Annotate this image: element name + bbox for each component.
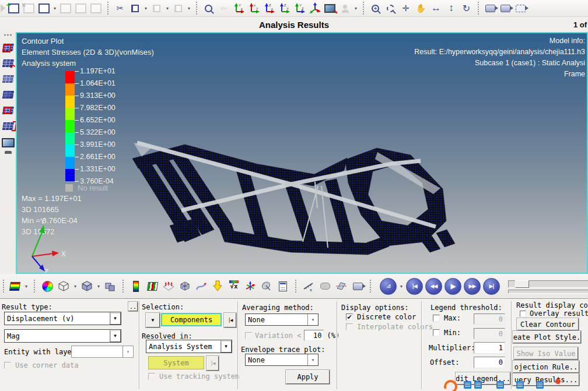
expand-window-button[interactable] bbox=[59, 2, 72, 15]
min-checkbox[interactable] bbox=[433, 329, 440, 336]
shaded-caret[interactable]: ▾ bbox=[96, 284, 101, 289]
resolved-in-combo[interactable]: Analysis System ▼ bbox=[146, 340, 232, 353]
tracking-system-button[interactable] bbox=[243, 279, 257, 293]
graphics-viewport[interactable]: Contour Plot Element Stresses (2D & 3D)(… bbox=[16, 32, 588, 274]
deformed-shape-button[interactable] bbox=[194, 279, 208, 293]
selector-switch-button[interactable]: ▼ bbox=[146, 313, 160, 327]
combo-arrow-icon[interactable]: ▼ bbox=[110, 330, 121, 342]
page-layout-button[interactable] bbox=[37, 2, 51, 15]
notes-button[interactable] bbox=[276, 279, 290, 293]
averaging-button[interactable]: √x bbox=[227, 279, 241, 293]
interpolate-colors-checkbox[interactable] bbox=[346, 323, 353, 330]
paste-special-caret[interactable]: ▾ bbox=[187, 6, 191, 11]
tensor-plot-button[interactable] bbox=[178, 279, 192, 293]
wireframe-caret[interactable]: ▾ bbox=[73, 284, 78, 289]
mesh-solid-icon[interactable] bbox=[3, 87, 13, 102]
dish-antenna-button[interactable] bbox=[260, 279, 274, 293]
system-collector-button[interactable]: System bbox=[148, 356, 204, 369]
expand-panel-button[interactable]: .. bbox=[128, 302, 138, 311]
view-xz-button[interactable]: Zx bbox=[262, 2, 276, 15]
averaging-combo[interactable]: None ▾ bbox=[245, 313, 318, 326]
previous-frame-button[interactable]: ◀◀ bbox=[425, 278, 442, 295]
min-input[interactable] bbox=[474, 328, 505, 339]
user-view-caret[interactable]: ▾ bbox=[354, 6, 358, 11]
back-view-button[interactable]: ⇦ bbox=[217, 2, 230, 15]
wireframe-mode-button[interactable] bbox=[57, 279, 71, 293]
apply-result-icon[interactable]: ↶ bbox=[3, 55, 13, 71]
chassis-model[interactable] bbox=[116, 128, 479, 257]
copy-caret[interactable]: ▾ bbox=[144, 6, 148, 11]
measure-button[interactable]: x bbox=[302, 279, 316, 293]
horizontal-move-button[interactable]: ↔ bbox=[429, 2, 443, 15]
offset-input[interactable] bbox=[474, 357, 505, 368]
swap-window-button[interactable] bbox=[74, 2, 88, 15]
view-xy-top-button[interactable]: Yx bbox=[232, 2, 246, 15]
mesh-plain-icon[interactable] bbox=[3, 71, 13, 86]
use-corner-data-checkbox[interactable] bbox=[4, 362, 11, 369]
combo-arrow-icon[interactable]: ▾ bbox=[307, 354, 318, 365]
combo-arrow-icon[interactable]: ▼ bbox=[220, 340, 232, 353]
view-yz-button[interactable]: ZY bbox=[278, 2, 291, 15]
apply-button[interactable]: Apply bbox=[286, 370, 330, 384]
shaded-mode-button[interactable] bbox=[80, 279, 94, 293]
use-tracking-checkbox[interactable] bbox=[148, 373, 155, 380]
components-collector-button[interactable]: Components bbox=[161, 313, 222, 326]
first-frame-button[interactable]: |◀ bbox=[406, 278, 423, 295]
combo-arrow-icon[interactable]: ▾ bbox=[307, 314, 318, 325]
discrete-color-checkbox[interactable]: ✔ bbox=[346, 313, 353, 320]
delete-page-button[interactable]: × bbox=[22, 2, 36, 15]
circle-zoom-button[interactable] bbox=[384, 2, 397, 15]
frame-slider-thumb[interactable] bbox=[515, 280, 529, 288]
next-frame-button[interactable]: ▶▶ bbox=[464, 278, 481, 295]
view-zy-button[interactable]: YZ bbox=[293, 2, 306, 15]
animation-mode-caret[interactable]: ▾ bbox=[399, 284, 404, 289]
capture-animation-button[interactable] bbox=[351, 279, 365, 293]
animation-mode-button[interactable]: ⊿ bbox=[380, 278, 397, 295]
view-iso-button[interactable] bbox=[308, 2, 321, 15]
vector-plot-button[interactable] bbox=[162, 279, 176, 293]
monitor-icon[interactable] bbox=[2, 134, 15, 152]
restore-window-button[interactable] bbox=[89, 2, 103, 15]
contour-button[interactable] bbox=[129, 279, 143, 293]
last-frame-button[interactable]: ▶| bbox=[483, 278, 500, 295]
paste-button[interactable] bbox=[150, 2, 163, 15]
vertical-move-button[interactable]: ↕ bbox=[444, 2, 458, 15]
screen-refresh-button[interactable]: ↷ bbox=[323, 2, 337, 15]
paste-special-button[interactable] bbox=[172, 2, 185, 15]
result-component-combo[interactable]: Mag ▼ bbox=[4, 329, 121, 343]
copy-button[interactable] bbox=[128, 2, 142, 15]
sidebar-grip[interactable] bbox=[4, 34, 13, 36]
play-button[interactable]: ▶ bbox=[444, 278, 461, 295]
create-plot-style-button[interactable]: eate Plot Style. bbox=[513, 331, 581, 343]
view-xy-bottom-button[interactable]: xY bbox=[247, 2, 261, 15]
mesh-select-icon[interactable] bbox=[3, 103, 13, 118]
variation-checkbox[interactable] bbox=[245, 332, 252, 339]
speed-slider-track[interactable] bbox=[508, 290, 588, 294]
projection-rule-button[interactable]: ojection Rule.. bbox=[513, 361, 579, 373]
user-view-button[interactable] bbox=[338, 2, 352, 15]
variation-input[interactable] bbox=[304, 330, 324, 341]
entity-layers-combo[interactable]: ▾ bbox=[71, 346, 134, 358]
collector-reset-button[interactable]: |◀ bbox=[224, 313, 236, 327]
color-wheel-button[interactable] bbox=[40, 279, 54, 293]
show-iso-value-button[interactable]: Show Iso Value bbox=[514, 347, 578, 360]
capture-image-button[interactable] bbox=[484, 2, 497, 15]
zoom-in-button[interactable]: + bbox=[369, 2, 382, 15]
multiplier-input[interactable] bbox=[474, 342, 505, 354]
combo-arrow-icon[interactable]: ▼ bbox=[110, 312, 121, 325]
fit-view-button[interactable] bbox=[202, 2, 215, 15]
capture-region-button[interactable] bbox=[514, 2, 527, 15]
overlay-checkbox[interactable] bbox=[520, 311, 526, 317]
iso-plot-button[interactable] bbox=[145, 279, 159, 293]
section-cut-button[interactable] bbox=[334, 279, 348, 293]
rotate-button[interactable]: ↻ bbox=[460, 2, 473, 15]
contour-panel-button[interactable] bbox=[8, 279, 22, 293]
apply-style-button[interactable] bbox=[211, 279, 225, 293]
page-layout-caret[interactable]: ▾ bbox=[52, 6, 57, 11]
clear-contour-button[interactable]: Clear Contour bbox=[517, 318, 579, 330]
annotation-button[interactable] bbox=[318, 279, 332, 293]
pan-button[interactable]: ✛ bbox=[399, 2, 412, 15]
system-reset-button[interactable]: |◀ bbox=[206, 356, 219, 371]
result-type-combo[interactable]: Displacement (v) ▼ bbox=[4, 312, 121, 325]
capture-video-button[interactable] bbox=[499, 2, 512, 15]
